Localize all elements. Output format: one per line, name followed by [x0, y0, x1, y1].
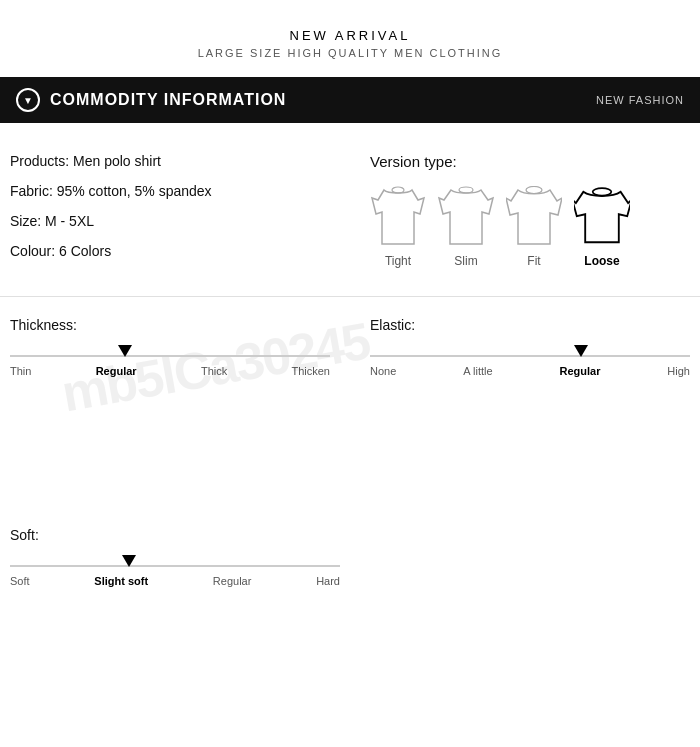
fabric-value: 95% cotton, 5% spandex	[57, 183, 212, 199]
shirt-fit: Fit	[506, 186, 562, 268]
thickness-pointer	[118, 345, 132, 357]
shirt-slim: Slim	[438, 186, 494, 268]
elastic-label-alittle: A little	[463, 365, 492, 377]
sliders-row: Thickness: Thin Regular Thick Thicken El…	[10, 317, 690, 377]
soft-label-hard: Hard	[316, 575, 340, 587]
info-left: Products: Men polo shirt Fabric: 95% cot…	[10, 153, 350, 276]
elastic-pointer	[574, 345, 588, 357]
soft-track	[10, 565, 340, 567]
elastic-labels: None A little Regular High	[370, 365, 690, 377]
commodity-bar: ▼ COMMODITY INFORMATION NEW FASHION	[0, 77, 700, 123]
thickness-track	[10, 355, 330, 357]
shirt-slim-icon	[438, 186, 494, 250]
sliders-section: mb5lCa30245 Thickness: Thin Regular Thic…	[0, 297, 700, 517]
elastic-track-container	[370, 355, 690, 357]
chevron-down-icon: ▼	[16, 88, 40, 112]
shirt-slim-label: Slim	[454, 254, 477, 268]
info-right: Version type: Tight Slim	[350, 153, 690, 276]
thickness-label-thin: Thin	[10, 365, 31, 377]
soft-pointer	[122, 555, 136, 567]
soft-label-regular: Regular	[213, 575, 252, 587]
products-value: Men polo shirt	[73, 153, 161, 169]
new-arrival-text: NEW ARRIVAL	[10, 28, 690, 43]
elastic-title: Elastic:	[370, 317, 690, 333]
shirt-tight: Tight	[370, 186, 426, 268]
header-section: NEW ARRIVAL LARGE SIZE HIGH QUALITY MEN …	[0, 0, 700, 77]
thickness-label-thick: Thick	[201, 365, 227, 377]
fabric-row: Fabric: 95% cotton, 5% spandex	[10, 183, 330, 199]
svg-point-1	[459, 187, 473, 193]
colour-row: Colour: 6 Colors	[10, 243, 330, 259]
elastic-label-none: None	[370, 365, 396, 377]
thickness-track-container	[10, 355, 330, 357]
soft-title: Soft:	[10, 527, 690, 543]
soft-section: Soft: Soft Slight soft Regular Hard	[0, 517, 700, 607]
shirt-fit-icon	[506, 186, 562, 250]
thickness-label-thicken: Thicken	[291, 365, 330, 377]
size-value: M - 5XL	[45, 213, 94, 229]
soft-label-slightsoft: Slight soft	[94, 575, 148, 587]
thickness-label-regular: Regular	[96, 365, 137, 377]
subtitle-text: LARGE SIZE HIGH QUALITY MEN CLOTHING	[10, 47, 690, 59]
shirt-tight-icon	[370, 186, 426, 250]
commodity-bar-left: ▼ COMMODITY INFORMATION	[16, 88, 286, 112]
elastic-track	[370, 355, 690, 357]
shirt-loose-icon	[574, 186, 630, 250]
colour-value: 6 Colors	[59, 243, 111, 259]
thickness-col: Thickness: Thin Regular Thick Thicken	[10, 317, 360, 377]
products-row: Products: Men polo shirt	[10, 153, 330, 169]
shirt-loose-label: Loose	[584, 254, 619, 268]
shirt-tight-label: Tight	[385, 254, 411, 268]
size-row: Size: M - 5XL	[10, 213, 330, 229]
soft-labels: Soft Slight soft Regular Hard	[10, 575, 340, 587]
info-section: Products: Men polo shirt Fabric: 95% cot…	[0, 123, 700, 297]
commodity-title: COMMODITY INFORMATION	[50, 91, 286, 109]
soft-slider-wrap: Soft Slight soft Regular Hard	[10, 565, 340, 587]
version-shirts: Tight Slim Fit	[370, 186, 690, 268]
svg-point-0	[392, 187, 404, 193]
fabric-label: Fabric:	[10, 183, 53, 199]
svg-point-3	[593, 188, 612, 195]
new-fashion-badge: NEW FASHION	[596, 94, 684, 106]
elastic-col: Elastic: None A little Regular High	[360, 317, 690, 377]
soft-track-container	[10, 565, 340, 567]
thickness-title: Thickness:	[10, 317, 330, 333]
svg-point-2	[526, 187, 542, 194]
version-title: Version type:	[370, 153, 690, 170]
products-label: Products:	[10, 153, 69, 169]
elastic-label-high: High	[667, 365, 690, 377]
shirt-fit-label: Fit	[527, 254, 540, 268]
soft-label-soft: Soft	[10, 575, 30, 587]
elastic-label-regular: Regular	[559, 365, 600, 377]
shirt-loose: Loose	[574, 186, 630, 268]
thickness-labels: Thin Regular Thick Thicken	[10, 365, 330, 377]
size-label: Size:	[10, 213, 41, 229]
colour-label: Colour:	[10, 243, 55, 259]
